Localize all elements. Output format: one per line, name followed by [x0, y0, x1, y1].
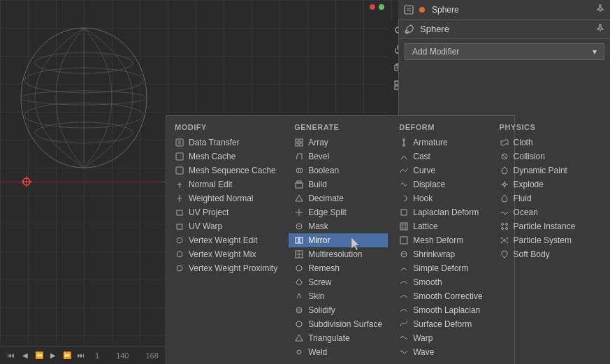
menu-item-boolean[interactable]: Boolean [289, 163, 388, 177]
simple-deform-icon [399, 263, 409, 273]
add-modifier-label: Add Modifier [412, 47, 459, 57]
hook-icon [399, 194, 409, 203]
svg-point-89 [507, 242, 508, 243]
deform-column: Deform Armature Cast Curve Displace Hook [391, 122, 491, 359]
armature-icon [399, 138, 409, 147]
dot-red [370, 4, 375, 10]
menu-item-displace[interactable]: Displace [393, 177, 488, 191]
triangulate-icon [294, 333, 304, 343]
smooth-laplacian-icon [399, 305, 409, 315]
menu-item-subdivision-surface[interactable]: Subdivision Surface [289, 317, 388, 331]
svg-point-57 [296, 265, 302, 271]
menu-item-weld[interactable]: Weld [289, 345, 388, 359]
weld-icon [294, 347, 304, 357]
timeline-play-btn[interactable]: ▶ [48, 350, 59, 361]
menu-item-uv-warp[interactable]: UV Warp [169, 219, 283, 233]
menu-item-smooth-corrective[interactable]: Smooth Corrective [393, 289, 488, 303]
menu-item-dynamic-paint[interactable]: Dynamic Paint [494, 163, 581, 177]
menu-item-vertex-weight-proximity[interactable]: Vertex Weight Proximity [169, 261, 283, 275]
top-toolbar: Sphere [398, 0, 610, 20]
svg-rect-41 [296, 143, 298, 146]
timeline-frame-end: 168 [145, 351, 158, 360]
menu-item-decimate[interactable]: Decimate [289, 191, 388, 205]
menu-item-vertex-weight-edit[interactable]: Vertex Weight Edit [169, 233, 283, 247]
menu-item-mirror[interactable]: Mirror [289, 233, 388, 247]
properties-icon [404, 5, 414, 15]
menu-item-laplacian-deform[interactable]: Laplacian Deform [393, 205, 488, 219]
menu-item-armature[interactable]: Armature [393, 136, 488, 150]
surface-deform-icon [399, 319, 409, 329]
collision-icon [500, 152, 509, 161]
data-transfer-icon [175, 138, 184, 147]
menu-item-warp[interactable]: Warp [393, 331, 488, 345]
menu-item-multiresolution[interactable]: Multiresolution [289, 247, 388, 261]
menu-item-soft-body[interactable]: Soft Body [494, 247, 581, 261]
menu-item-mesh-cache[interactable]: Mesh Cache [169, 150, 283, 163]
menu-item-build[interactable]: Build [289, 177, 388, 191]
menu-item-normal-edit[interactable]: Normal Edit [169, 177, 283, 191]
menu-item-solidify[interactable]: Solidify [289, 303, 388, 317]
svg-rect-29 [176, 167, 183, 174]
menu-item-smooth[interactable]: Smooth [393, 275, 488, 289]
menu-item-bevel[interactable]: Bevel [289, 150, 388, 163]
menu-item-mesh-sequence-cache[interactable]: Mesh Sequence Cache [169, 163, 283, 177]
bevel-icon [294, 152, 304, 161]
menu-item-mesh-deform[interactable]: Mesh Deform [393, 233, 488, 247]
right-panel-header: Sphere [399, 20, 610, 39]
menu-item-screw[interactable]: Screw [289, 275, 388, 289]
menu-item-particle-instance[interactable]: Particle Instance [494, 219, 581, 233]
menu-item-mask[interactable]: Mask [289, 219, 388, 233]
menu-item-triangulate[interactable]: Triangulate [289, 331, 388, 345]
subdivision-icon [294, 319, 304, 329]
timeline-start-btn[interactable]: ⏮ [6, 350, 17, 361]
particle-instance-icon [500, 221, 509, 231]
menu-item-explode[interactable]: Explode [494, 177, 581, 191]
vertex-weight-mix-icon [175, 249, 184, 259]
cloth-icon [500, 138, 509, 147]
menu-item-collision[interactable]: Collision [494, 150, 581, 163]
menu-item-cast[interactable]: Cast [393, 150, 488, 163]
svg-point-86 [501, 238, 502, 239]
timeline-end-btn[interactable]: ⏭ [75, 350, 87, 361]
solidify-icon [294, 305, 304, 315]
menu-columns: Modify Data Transfer Mesh Cache Mesh Seq… [166, 122, 514, 359]
svg-point-88 [501, 242, 502, 243]
menu-item-weighted-normal[interactable]: Weighted Normal [169, 191, 283, 205]
menu-item-ocean[interactable]: Ocean [494, 205, 581, 219]
menu-item-smooth-laplacian[interactable]: Smooth Laplacian [393, 303, 488, 317]
menu-item-wave[interactable]: Wave [393, 345, 488, 359]
timeline-back-btn[interactable]: ⏪ [34, 350, 45, 361]
boolean-icon [294, 166, 304, 175]
menu-item-cloth[interactable]: Cloth [494, 136, 581, 150]
menu-item-array[interactable]: Array [289, 136, 388, 150]
dot-green [379, 4, 384, 10]
menu-item-shrinkwrap[interactable]: Shrinkwrap [393, 247, 488, 261]
menu-item-fluid[interactable]: Fluid [494, 191, 581, 205]
menu-item-hook[interactable]: Hook [393, 191, 488, 205]
menu-item-simple-deform[interactable]: Simple Deform [393, 261, 488, 275]
add-modifier-button[interactable]: Add Modifier ▾ [405, 43, 604, 60]
pin-icon[interactable] [596, 4, 604, 15]
svg-rect-66 [401, 210, 407, 215]
menu-item-lattice[interactable]: Lattice [393, 219, 488, 233]
menu-item-remesh[interactable]: Remesh [289, 261, 388, 275]
svg-point-62 [297, 350, 301, 354]
panel-pin-icon[interactable] [596, 24, 604, 34]
menu-item-data-transfer[interactable]: Data Transfer [169, 136, 283, 150]
uv-warp-icon [175, 221, 184, 231]
screw-icon [294, 277, 304, 287]
object-name: Sphere [432, 5, 459, 15]
vertex-weight-proximity-icon [175, 263, 184, 273]
menu-item-surface-deform[interactable]: Surface Deform [393, 317, 488, 331]
svg-point-83 [501, 228, 503, 230]
menu-item-uv-project[interactable]: UV Project [169, 205, 283, 219]
sphere-wireframe [14, 21, 154, 175]
menu-item-curve[interactable]: Curve [393, 163, 488, 177]
timeline-forward-btn[interactable]: ⏩ [61, 350, 73, 361]
menu-item-vertex-weight-mix[interactable]: Vertex Weight Mix [169, 247, 283, 261]
build-icon [294, 180, 304, 189]
menu-item-edge-split[interactable]: Edge Split [289, 205, 388, 219]
menu-item-particle-system[interactable]: Particle System [494, 233, 581, 247]
timeline-prev-btn[interactable]: ◀ [20, 350, 31, 361]
menu-item-skin[interactable]: Skin [289, 289, 388, 303]
